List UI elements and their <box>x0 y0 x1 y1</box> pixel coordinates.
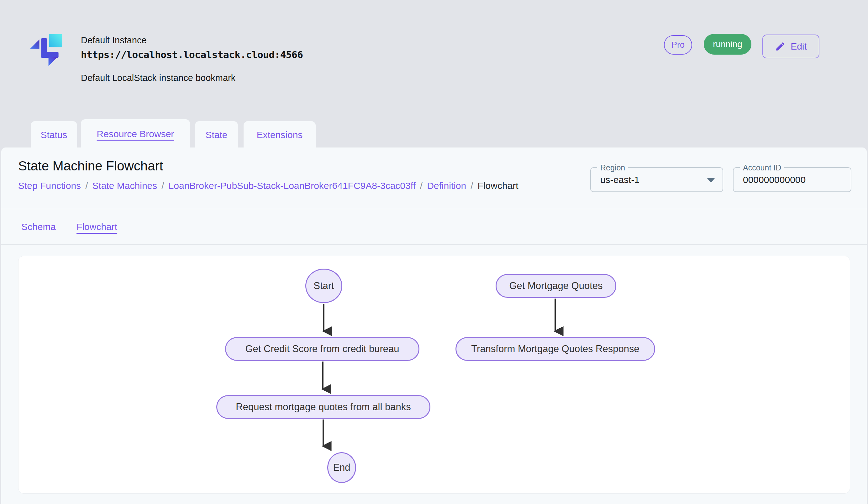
instance-url: https://localhost.localstack.cloud:4566 <box>81 49 303 60</box>
instance-description: Default LocalStack instance bookmark <box>81 73 235 83</box>
region-select[interactable]: Region us-east-1 <box>590 167 723 192</box>
pro-badge: Pro <box>664 35 692 54</box>
breadcrumb-definition[interactable]: Definition <box>427 180 466 191</box>
flowchart-canvas: Start Get Credit Score from credit burea… <box>18 256 850 494</box>
breadcrumb-separator: / <box>162 180 164 191</box>
breadcrumb-step-functions[interactable]: Step Functions <box>18 180 81 191</box>
edit-button[interactable]: Edit <box>762 34 819 58</box>
region-select-value: us-east-1 <box>600 168 640 191</box>
flowchart-node-request-quotes: Request mortgage quotes from all banks <box>216 395 431 419</box>
subtab-flowchart[interactable]: Flowchart <box>75 219 118 235</box>
tab-state[interactable]: State <box>195 121 238 149</box>
tab-extensions[interactable]: Extensions <box>244 121 316 149</box>
definition-subtabs: Schema Flowchart <box>20 219 118 235</box>
tab-resource-browser[interactable]: Resource Browser <box>81 119 190 149</box>
tab-status[interactable]: Status <box>31 121 77 149</box>
resource-browser-panel: State Machine Flowchart Step Functions /… <box>1 148 867 504</box>
flowchart-node-end: End <box>327 452 356 483</box>
flowchart-node-transform-response: Transform Mortgage Quotes Response <box>455 337 655 361</box>
flowchart-node-get-mortgage-quotes: Get Mortgage Quotes <box>496 274 616 298</box>
page-title: State Machine Flowchart <box>18 159 163 173</box>
flowchart-node-get-credit-score: Get Credit Score from credit bureau <box>225 337 420 361</box>
breadcrumb-separator: / <box>471 180 473 191</box>
breadcrumb-current-flowchart: Flowchart <box>478 180 518 191</box>
subtab-schema-label: Schema <box>21 222 56 232</box>
running-status-badge: running <box>704 34 751 54</box>
header-divider <box>1 209 867 209</box>
breadcrumb-state-machine-id[interactable]: LoanBroker-PubSub-Stack-LoanBroker641FC9… <box>169 180 416 191</box>
subtabs-divider <box>1 244 867 245</box>
breadcrumb-state-machines[interactable]: State Machines <box>92 180 157 191</box>
localstack-logo-icon <box>25 29 64 69</box>
account-id-input[interactable] <box>743 168 848 191</box>
instance-name: Default Instance <box>81 35 147 46</box>
tab-extensions-label: Extensions <box>257 130 303 140</box>
breadcrumb-separator: / <box>420 180 423 191</box>
tab-resource-browser-label: Resource Browser <box>97 129 174 139</box>
pencil-icon <box>775 41 786 52</box>
edit-button-label: Edit <box>790 41 807 52</box>
account-id-field: Account ID <box>733 167 851 192</box>
breadcrumb-separator: / <box>85 180 88 191</box>
chevron-down-icon <box>707 178 715 183</box>
flowchart-edges <box>19 256 850 493</box>
tab-status-label: Status <box>40 130 67 140</box>
flowchart-node-start: Start <box>305 269 342 303</box>
breadcrumb: Step Functions / State Machines / LoanBr… <box>18 180 518 191</box>
subtab-schema[interactable]: Schema <box>20 219 57 235</box>
tab-state-label: State <box>205 130 227 140</box>
subtab-flowchart-label: Flowchart <box>76 222 117 232</box>
